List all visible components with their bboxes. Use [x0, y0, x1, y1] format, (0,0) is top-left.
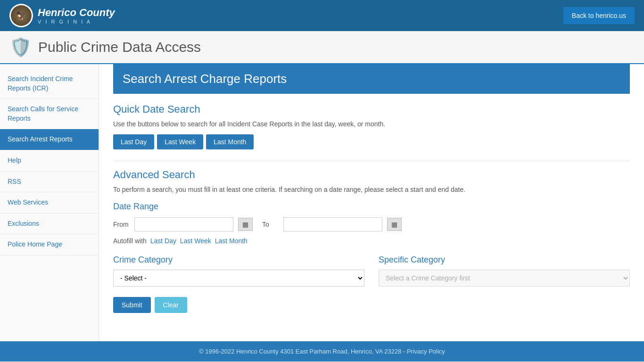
action-buttons: Submit Clear	[113, 297, 630, 313]
sidebar-item-web-services[interactable]: Web Services	[0, 192, 99, 214]
date-to-input[interactable]	[283, 217, 382, 231]
autofill-last-day-link[interactable]: Last Day	[150, 237, 176, 245]
specific-category-title: Specific Category	[379, 255, 630, 265]
back-to-henrico-button[interactable]: Back to henrico.us	[563, 7, 635, 24]
from-label: From	[113, 221, 130, 228]
date-range-row: From ▦ To ▦	[113, 217, 630, 231]
specific-category-select[interactable]: Select a Crime Category first	[379, 270, 630, 287]
county-sub: V I R G I N I A	[38, 19, 115, 25]
logo-area: 🦅 Henrico County V I R G I N I A	[9, 4, 115, 27]
crime-category-title: Crime Category	[113, 255, 364, 265]
autofill-last-month-link[interactable]: Last Month	[215, 237, 248, 245]
quick-date-buttons: Last Day Last Week Last Month	[113, 134, 630, 149]
county-name: Henrico County	[38, 7, 115, 18]
county-seal: 🦅	[9, 4, 33, 27]
sidebar-item-help[interactable]: Help	[0, 150, 99, 172]
to-calendar-button[interactable]: ▦	[387, 218, 402, 231]
sidebar-item-rss[interactable]: RSS	[0, 172, 99, 193]
sub-header-title: Public Crime Data Access	[38, 39, 201, 55]
police-badge-icon: 🛡️	[9, 37, 32, 58]
main-layout: Search Incident Crime Reports (ICR) Sear…	[0, 64, 644, 341]
submit-button[interactable]: Submit	[113, 297, 151, 313]
autofill-row: Autofill with Last Day Last Week Last Mo…	[113, 237, 630, 245]
quick-date-desc: Use the buttons below to search for all …	[113, 120, 630, 128]
autofill-last-week-link[interactable]: Last Week	[180, 237, 211, 245]
from-calendar-button[interactable]: ▦	[238, 218, 253, 231]
seal-icon: 🦅	[11, 5, 32, 26]
specific-category-col: Specific Category Select a Crime Categor…	[379, 255, 630, 287]
sidebar-item-arrest-reports[interactable]: Search Arrest Reports	[0, 129, 99, 150]
top-header: 🦅 Henrico County V I R G I N I A Back to…	[0, 0, 644, 31]
to-label: To	[262, 221, 279, 228]
crime-category-select[interactable]: - Select -	[113, 270, 364, 287]
advanced-search-desc: To perform a search, you must fill in at…	[113, 186, 630, 193]
last-day-button[interactable]: Last Day	[113, 134, 154, 149]
main-content: Search Arrest Charge Reports Quick Date …	[99, 64, 644, 341]
footer: © 1996-2022 Henrico County 4301 East Par…	[0, 341, 644, 362]
quick-date-title: Quick Date Search	[113, 103, 630, 115]
date-range-title: Date Range	[113, 202, 630, 212]
sidebar-item-police-home[interactable]: Police Home Page	[0, 234, 99, 255]
county-name-block: Henrico County V I R G I N I A	[38, 7, 115, 25]
sidebar: Search Incident Crime Reports (ICR) Sear…	[0, 64, 99, 341]
date-from-input[interactable]	[134, 217, 233, 231]
footer-text: © 1996-2022 Henrico County 4301 East Par…	[199, 348, 445, 355]
category-row: Crime Category - Select - Specific Categ…	[113, 255, 630, 287]
page-heading: Search Arrest Charge Reports	[113, 64, 630, 94]
advanced-search-title: Advanced Search	[113, 169, 630, 181]
last-month-button[interactable]: Last Month	[206, 134, 254, 149]
autofill-label: Autofill with	[113, 237, 147, 245]
sidebar-item-incident-reports[interactable]: Search Incident Crime Reports (ICR)	[0, 69, 99, 99]
last-week-button[interactable]: Last Week	[157, 134, 203, 149]
sidebar-item-calls-service[interactable]: Search Calls for Service Reports	[0, 99, 99, 129]
divider	[113, 161, 630, 161]
sidebar-item-exclusions[interactable]: Exclusions	[0, 214, 99, 235]
clear-button[interactable]: Clear	[155, 297, 187, 313]
crime-category-col: Crime Category - Select -	[113, 255, 364, 287]
sub-header: 🛡️ Public Crime Data Access	[0, 31, 644, 64]
